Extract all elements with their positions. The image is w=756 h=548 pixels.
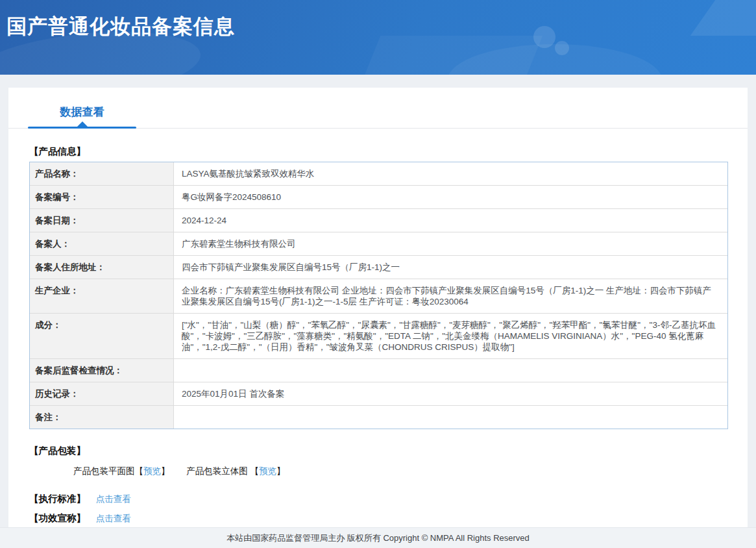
preview-link-stereo[interactable]: 预览 [259,466,276,476]
packaging-flat-group: 产品包装平面图【预览】 [73,466,170,477]
row-value: LASYA氨基酸抗皱紧致双效精华水 [174,162,727,185]
row-label: 备案后监督检查情况： [30,359,174,382]
table-row-registrant-address: 备案人住所地址： 四会市下茆镇产业聚集发展区自编号15号（厂房1-1)之一 [30,255,727,279]
table-row-supervision: 备案后监督检查情况： [30,358,727,382]
bracket-close: 】 [161,466,170,476]
header-decor-shape [690,0,756,36]
footer-copyright-text: 本站由国家药品监督管理局主办 版权所有 Copyright © NMPA All… [226,533,530,543]
row-label: 成分： [30,314,174,358]
view-standard-link[interactable]: 点击查看 [96,494,131,504]
tab-active-triangle-icon [77,121,88,127]
header-decor-circle [555,41,569,55]
execution-standard-line: 【执行标准】 点击查看 [29,493,728,505]
row-value: 粤G妆网备字2024508610 [174,186,727,208]
row-label: 产品名称： [30,162,174,185]
row-label: 生产企业： [30,279,174,313]
header-decor-circle [533,26,555,48]
row-value: 2024-12-24 [174,209,727,232]
product-info-table: 产品名称： LASYA氨基酸抗皱紧致双效精华水 备案编号： 粤G妆网备字2024… [29,162,728,429]
table-row-history: 历史记录： 2025年01月01日 首次备案 [30,382,727,405]
row-value: ["水"，"甘油"，"山梨（糖）醇"，"苯氧乙醇"，"尿囊素"，"甘露糖醇"，"… [174,314,727,358]
table-row-filing-date: 备案日期： 2024-12-24 [30,208,727,232]
packaging-stereo-label: 产品包装立体图 【 [186,466,259,476]
row-label: 备案人住所地址： [30,256,174,279]
tab-bar: 数据查看 [8,88,748,129]
main-content: 【产品信息】 产品名称： LASYA氨基酸抗皱紧致双效精华水 备案编号： 粤G妆… [8,145,748,525]
tab-data-view-label: 数据查看 [60,106,104,118]
row-value: 广东碧素堂生物科技有限公司 [174,232,727,255]
section-efficacy-claim: 【功效宣称】 [29,512,86,525]
bracket-close: 】 [276,466,286,476]
packaging-stereo-group: 产品包装立体图 【预览】 [186,466,285,477]
row-label: 历史记录： [30,382,174,405]
table-row-product-name: 产品名称： LASYA氨基酸抗皱紧致双效精华水 [30,162,727,185]
row-value [174,359,727,382]
row-label: 备案人： [30,232,174,255]
row-label: 备注： [30,406,174,429]
row-value: 企业名称：广东碧素堂生物科技有限公司 企业地址：四会市下茆镇产业聚集发展区自编号… [174,279,727,313]
page-header: 国产普通化妆品备案信息 [0,0,756,75]
content-card: 数据查看 【产品信息】 产品名称： LASYA氨基酸抗皱紧致双效精华水 备案编号… [8,88,748,527]
efficacy-claim-line: 【功效宣称】 点击查看 [29,512,728,525]
table-row-remarks: 备注： [30,405,727,429]
section-product-packaging: 【产品包装】 [29,445,728,457]
tab-active-underline [28,127,136,129]
table-row-ingredients: 成分： ["水"，"甘油"，"山梨（糖）醇"，"苯氧乙醇"，"尿囊素"，"甘露糖… [30,313,727,358]
row-value [174,406,727,429]
table-row-manufacturer: 生产企业： 企业名称：广东碧素堂生物科技有限公司 企业地址：四会市下茆镇产业聚集… [30,279,727,313]
tab-data-view[interactable]: 数据查看 [28,105,136,129]
table-row-registrant: 备案人： 广东碧素堂生物科技有限公司 [30,232,727,255]
row-value: 2025年01月01日 首次备案 [174,382,727,405]
page-title: 国产普通化妆品备案信息 [6,13,235,40]
section-product-info: 【产品信息】 [29,145,728,158]
section-execution-standard: 【执行标准】 [29,493,86,505]
packaging-flat-label: 产品包装平面图【 [73,466,143,476]
page-footer: 本站由国家药品监督管理局主办 版权所有 Copyright © NMPA All… [0,527,756,548]
preview-link-flat[interactable]: 预览 [143,466,161,476]
packaging-links-line: 产品包装平面图【预览】 产品包装立体图 【预览】 [73,466,728,477]
row-label: 备案编号： [30,186,174,208]
row-value: 四会市下茆镇产业聚集发展区自编号15号（厂房1-1)之一 [174,256,727,279]
view-efficacy-link[interactable]: 点击查看 [96,514,131,523]
table-row-filing-number: 备案编号： 粤G妆网备字2024508610 [30,185,727,208]
row-label: 备案日期： [30,209,174,232]
